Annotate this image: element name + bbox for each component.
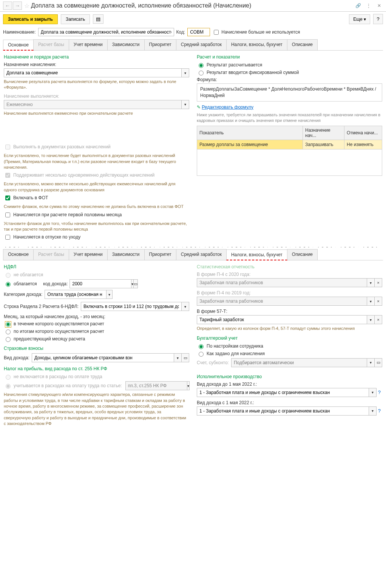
header-fields: Наименование: Код: Начисление больше не … bbox=[0, 26, 386, 38]
insurance-open[interactable]: ▭ bbox=[182, 353, 189, 362]
tab-priority[interactable]: Приоритет bbox=[144, 39, 176, 50]
title-bar: ← → ☆ Доплата за совмещение должностей, … bbox=[0, 0, 386, 12]
radio-bu-accrual[interactable] bbox=[199, 352, 204, 357]
code-label: Код: bbox=[176, 29, 185, 35]
radio-calc-result[interactable] bbox=[199, 63, 204, 68]
purpose-label: Назначение начисления: bbox=[4, 62, 189, 67]
section-accounting: Бухгалтерский учет bbox=[197, 336, 382, 341]
radio-profit-exclude bbox=[6, 375, 11, 380]
save-button[interactable]: Записать bbox=[61, 14, 90, 24]
nav-back-button[interactable]: ← bbox=[3, 2, 12, 10]
tabs-main: Основное Расчет базы Учет времени Зависи… bbox=[3, 39, 383, 51]
f57t-dd[interactable]: ▾ bbox=[367, 315, 375, 324]
report-icon-button[interactable]: ▤ bbox=[93, 14, 103, 24]
radio-bu-employee[interactable] bbox=[199, 344, 204, 349]
radio-month-after[interactable] bbox=[6, 329, 11, 334]
code-input[interactable] bbox=[187, 28, 210, 36]
cb-first-half[interactable] bbox=[5, 212, 10, 217]
formula-box: РазмерДоплатыЗаСовмещение * ДоляНеполног… bbox=[197, 83, 382, 102]
p4-2020-select bbox=[197, 278, 367, 287]
radio-ndfl-notax bbox=[6, 273, 11, 278]
tab-avg[interactable]: Средний заработок bbox=[176, 39, 227, 50]
tab-desc[interactable]: Описание bbox=[287, 39, 318, 50]
account-select bbox=[231, 358, 367, 367]
purpose-select[interactable] bbox=[4, 68, 182, 77]
nav-forward-button[interactable]: → bbox=[13, 2, 22, 10]
6ndfl-row-select[interactable] bbox=[81, 302, 182, 311]
enforce-before-select[interactable] bbox=[197, 388, 369, 397]
tab-main[interactable]: Основное bbox=[3, 40, 34, 51]
indicators-table: Показатель Назначение нач... Отмена начи… bbox=[197, 126, 382, 176]
tab2-time[interactable]: Учет времени bbox=[69, 249, 108, 260]
radio-month-during[interactable] bbox=[6, 322, 11, 327]
section-purpose: Назначение и порядок расчета bbox=[4, 54, 189, 60]
exec-dropdown-icon: ▾ bbox=[182, 100, 189, 109]
tab2-taxes[interactable]: Налоги, взносы, бухучет bbox=[226, 249, 287, 260]
section-insurance: Страховые взносы bbox=[4, 346, 189, 351]
6ndfl-row-dd[interactable]: ▾ bbox=[182, 302, 189, 311]
close-icon[interactable]: ✕ bbox=[375, 2, 383, 9]
tab-taxes[interactable]: Налоги, взносы, бухучет bbox=[226, 39, 287, 50]
purpose-hint: Вычисление результата расчета выполняетс… bbox=[4, 79, 189, 91]
main-tab-content: Назначение и порядок расчета Назначение … bbox=[0, 51, 386, 247]
name-label: Наименование: bbox=[3, 29, 36, 35]
insurance-dd[interactable]: ▾ bbox=[174, 353, 182, 362]
insurance-type-select[interactable] bbox=[32, 353, 174, 362]
more-button[interactable]: Еще ▾ bbox=[349, 14, 370, 24]
radio-profit-include bbox=[6, 384, 11, 389]
enforce-after-dd[interactable]: ▾ bbox=[369, 406, 377, 416]
profit-article-dd: ▾ bbox=[187, 381, 190, 390]
tab2-desc[interactable]: Описание bbox=[287, 249, 318, 260]
section-enforcement: Исполнительное производство bbox=[197, 374, 382, 379]
radio-ndfl-tax[interactable] bbox=[6, 282, 11, 287]
section-stat: Статистическая отчетность bbox=[197, 264, 382, 269]
exec-label: Начисление выполняется: bbox=[4, 94, 189, 99]
exec-hint: Начисление выполняется ежемесячно при ок… bbox=[4, 111, 189, 116]
section-calc: Расчет и показатели bbox=[197, 54, 382, 60]
tab2-main[interactable]: Основное bbox=[3, 249, 34, 260]
cb-include-fot[interactable] bbox=[5, 195, 10, 200]
enforce-before-help[interactable]: ? bbox=[377, 389, 382, 395]
tab-deps[interactable]: Зависимости bbox=[107, 39, 145, 50]
income-code-input[interactable] bbox=[69, 279, 131, 288]
taxes-tab-content: НДФЛ не облагается облагается код дохода… bbox=[0, 260, 386, 430]
window-title: Доплата за совмещение должностей, исполн… bbox=[31, 2, 354, 9]
th-cancel[interactable]: Отмена начи... bbox=[344, 126, 382, 140]
purpose-dropdown-icon[interactable]: ▾ bbox=[182, 68, 189, 77]
th-assign[interactable]: Назначение нач... bbox=[303, 126, 344, 140]
cb-one-time-docs bbox=[5, 145, 10, 149]
edit-formula-link[interactable]: Редактировать формулу bbox=[202, 105, 253, 110]
enforce-after-help[interactable]: ? bbox=[377, 408, 382, 414]
cb-multiple bbox=[5, 173, 10, 178]
tab-calc-base[interactable]: Расчет базы bbox=[33, 39, 69, 50]
tab2-avg[interactable]: Средний заработок bbox=[176, 249, 227, 260]
name-input[interactable] bbox=[38, 28, 174, 36]
link-icon[interactable]: 🔗 bbox=[354, 2, 362, 9]
radio-fixed-sum[interactable] bbox=[199, 71, 204, 75]
favorite-star-icon[interactable]: ☆ bbox=[24, 2, 29, 9]
cb-vacation-care[interactable] bbox=[5, 235, 10, 240]
tab2-priority[interactable]: Приоритет bbox=[144, 249, 176, 260]
p4-2019-clear: × bbox=[375, 297, 382, 306]
income-category-dd[interactable]: ▾ bbox=[107, 290, 113, 299]
table-row[interactable]: Размер доплаты за совмещение Запрашивать… bbox=[197, 140, 382, 149]
save-and-close-button[interactable]: Записать и закрыть bbox=[3, 14, 58, 24]
main-toolbar: Записать и закрыть Записать ▤ Еще ▾ ? bbox=[0, 12, 386, 26]
f57t-clear[interactable]: × bbox=[375, 315, 382, 324]
p4-2020-clear: × bbox=[375, 278, 382, 287]
kebab-menu-icon[interactable]: ⋮ bbox=[365, 2, 372, 9]
enforce-after-select[interactable] bbox=[197, 406, 369, 416]
income-category-select[interactable] bbox=[45, 290, 107, 299]
f57t-select[interactable] bbox=[197, 315, 367, 324]
income-code-open[interactable]: ▭ bbox=[134, 279, 138, 288]
tab-time[interactable]: Учет времени bbox=[69, 39, 108, 50]
not-used-checkbox[interactable]: Начисление больше не используется bbox=[212, 29, 300, 36]
account-open: ▭ bbox=[375, 358, 382, 367]
tear-separator bbox=[2, 247, 384, 248]
help-button[interactable]: ? bbox=[373, 14, 383, 24]
radio-month-prev[interactable] bbox=[6, 337, 11, 342]
tab2-calc-base[interactable]: Расчет базы bbox=[33, 249, 69, 260]
th-indicator[interactable]: Показатель bbox=[197, 126, 303, 140]
enforce-before-dd[interactable]: ▾ bbox=[369, 388, 377, 397]
tab2-deps[interactable]: Зависимости bbox=[107, 249, 145, 260]
